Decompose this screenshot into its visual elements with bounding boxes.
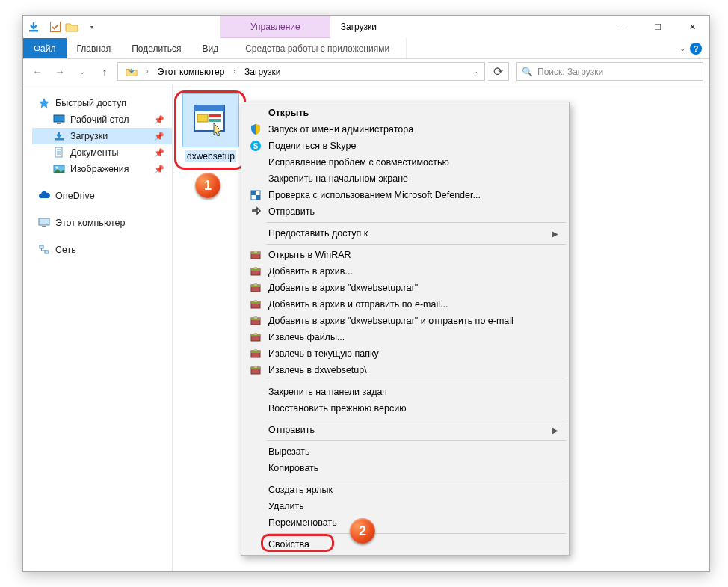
winrar-icon bbox=[249, 248, 262, 262]
ctx-delete[interactable]: Удалить bbox=[243, 498, 567, 514]
pictures-icon bbox=[53, 163, 65, 175]
address-dropdown-icon[interactable]: ⌄ bbox=[470, 68, 481, 75]
ctx-troubleshoot-compat[interactable]: Исправление проблем с совместимостью bbox=[243, 154, 567, 170]
breadcrumb-root-icon[interactable] bbox=[121, 67, 142, 77]
ctx-share[interactable]: Отправить bbox=[243, 203, 567, 220]
nav-back-button[interactable]: ← bbox=[28, 62, 47, 82]
svg-rect-29 bbox=[254, 267, 257, 269]
help-icon[interactable]: ? bbox=[690, 43, 702, 55]
nav-up-button[interactable]: ↑ bbox=[95, 62, 114, 82]
ctx-add-archive-named[interactable]: Добавить в архив "dxwebsetup.rar" bbox=[243, 280, 567, 296]
maximize-button[interactable]: ☐ bbox=[641, 16, 675, 38]
window-title: Загрузки bbox=[330, 16, 377, 38]
quick-access-toolbar: ▾ bbox=[23, 16, 101, 38]
ctx-defender-scan[interactable]: Проверка с использованием Microsoft Defe… bbox=[243, 187, 567, 203]
nav-downloads[interactable]: Загрузки 📌 bbox=[32, 128, 172, 144]
nav-this-pc[interactable]: Этот компьютер bbox=[32, 215, 172, 231]
ctx-rename[interactable]: Переименовать bbox=[243, 514, 567, 531]
nav-label: OneDrive bbox=[55, 191, 95, 201]
winrar-icon bbox=[249, 281, 262, 295]
share-icon bbox=[249, 205, 262, 218]
ribbon-tab-file[interactable]: Файл bbox=[23, 38, 67, 58]
nav-network[interactable]: Сеть bbox=[32, 242, 172, 258]
file-name-label: dxwebsetup bbox=[185, 150, 236, 162]
ctx-give-access[interactable]: Предоставить доступ к▶ bbox=[243, 225, 567, 242]
ctx-pin-start[interactable]: Закрепить на начальном экране bbox=[243, 170, 567, 187]
downloads-folder-icon bbox=[53, 130, 65, 142]
network-icon bbox=[38, 244, 50, 256]
ctx-open[interactable]: Открыть bbox=[243, 105, 567, 121]
nav-desktop[interactable]: Рабочий стол 📌 bbox=[32, 111, 172, 128]
file-icon bbox=[182, 93, 239, 147]
breadcrumb-downloads[interactable]: Загрузки bbox=[240, 67, 285, 77]
defender-icon bbox=[249, 188, 262, 202]
titlebar: ▾ Управление Загрузки — ☐ ✕ bbox=[23, 16, 709, 38]
ctx-add-archive-email[interactable]: Добавить в архив и отправить по e-mail..… bbox=[243, 296, 567, 313]
qat-dropdown-icon[interactable]: ▾ bbox=[86, 24, 98, 31]
checkbox-checked-icon[interactable] bbox=[48, 19, 63, 34]
winrar-icon bbox=[249, 298, 262, 311]
ctx-create-shortcut[interactable]: Создать ярлык bbox=[243, 482, 567, 498]
winrar-icon bbox=[249, 347, 262, 360]
context-menu: Открыть Запуск от имени администратора S… bbox=[241, 102, 570, 556]
svg-rect-18 bbox=[197, 114, 208, 122]
annotation-badge-1: 1 bbox=[195, 173, 220, 198]
svg-rect-15 bbox=[45, 251, 49, 253]
onedrive-icon bbox=[38, 190, 50, 202]
ribbon-collapse-icon[interactable]: ⌄ bbox=[679, 44, 685, 52]
ribbon-context-tab-manage[interactable]: Управление bbox=[220, 16, 330, 38]
refresh-button[interactable]: ⟳ bbox=[488, 62, 509, 81]
navigation-pane: Быстрый доступ Рабочий стол 📌 Загрузки 📌… bbox=[23, 84, 173, 571]
ctx-cut[interactable]: Вырезать bbox=[243, 443, 567, 460]
ribbon-tab-home[interactable]: Главная bbox=[67, 38, 122, 58]
ctx-separator bbox=[267, 244, 566, 245]
ctx-open-winrar[interactable]: Открыть в WinRAR bbox=[243, 247, 567, 263]
ctx-share-skype[interactable]: S Поделиться в Skype bbox=[243, 138, 567, 154]
nav-onedrive[interactable]: OneDrive bbox=[32, 188, 172, 204]
close-button[interactable]: ✕ bbox=[675, 16, 709, 38]
ctx-copy[interactable]: Копировать bbox=[243, 460, 567, 476]
svg-rect-4 bbox=[57, 123, 61, 124]
svg-rect-41 bbox=[254, 333, 257, 335]
ctx-restore-previous[interactable]: Восстановить прежнюю версию bbox=[243, 400, 567, 417]
ribbon-tab-view[interactable]: Вид bbox=[191, 38, 229, 58]
svg-rect-35 bbox=[254, 300, 257, 302]
ctx-separator bbox=[267, 419, 566, 419]
chevron-right-icon[interactable]: › bbox=[144, 68, 152, 75]
ctx-extract-here[interactable]: Извлечь в текущую папку bbox=[243, 345, 567, 362]
svg-rect-19 bbox=[209, 114, 221, 117]
svg-rect-13 bbox=[42, 226, 46, 227]
winrar-icon bbox=[249, 363, 262, 377]
ctx-separator bbox=[267, 479, 566, 479]
address-bar[interactable]: › Этот компьютер › Загрузки ⌄ bbox=[117, 62, 485, 81]
ribbon-tab-share[interactable]: Поделиться bbox=[121, 38, 191, 58]
svg-rect-5 bbox=[55, 138, 64, 141]
nav-label: Этот компьютер bbox=[55, 218, 125, 228]
ctx-run-as-admin[interactable]: Запуск от имени администратора bbox=[243, 121, 567, 138]
nav-pictures[interactable]: Изображения 📌 bbox=[32, 161, 172, 177]
ctx-extract-to[interactable]: Извлечь в dxwebsetup\ bbox=[243, 362, 567, 378]
ctx-add-archive-named-email[interactable]: Добавить в архив "dxwebsetup.rar" и отпр… bbox=[243, 313, 567, 329]
svg-rect-44 bbox=[254, 349, 257, 351]
breadcrumb-this-pc[interactable]: Этот компьютер bbox=[153, 67, 229, 77]
ctx-send-to[interactable]: Отправить▶ bbox=[243, 422, 567, 438]
nav-quick-access[interactable]: Быстрый доступ bbox=[32, 95, 172, 111]
nav-label: Изображения bbox=[70, 164, 129, 174]
ribbon-context-group-apptools[interactable]: Средства работы с приложениями bbox=[229, 38, 407, 58]
nav-documents[interactable]: Документы 📌 bbox=[32, 144, 172, 161]
desktop-icon bbox=[53, 114, 65, 126]
minimize-button[interactable]: — bbox=[606, 16, 641, 38]
star-icon bbox=[38, 97, 50, 109]
chevron-right-icon[interactable]: › bbox=[230, 68, 238, 75]
ctx-pin-taskbar[interactable]: Закрепить на панели задач bbox=[243, 384, 567, 400]
nav-recent-dropdown[interactable]: ⌄ bbox=[73, 62, 92, 82]
ctx-add-archive[interactable]: Добавить в архив... bbox=[243, 263, 567, 280]
svg-rect-12 bbox=[39, 218, 49, 225]
winrar-icon bbox=[249, 265, 262, 278]
ctx-extract[interactable]: Извлечь файлы... bbox=[243, 329, 567, 345]
search-input[interactable]: 🔍 Поиск: Загрузки bbox=[516, 62, 703, 81]
svg-rect-47 bbox=[254, 366, 257, 368]
documents-icon bbox=[53, 147, 65, 159]
file-item-dxwebsetup[interactable]: dxwebsetup bbox=[177, 93, 244, 162]
ctx-properties[interactable]: Свойства bbox=[243, 536, 567, 553]
